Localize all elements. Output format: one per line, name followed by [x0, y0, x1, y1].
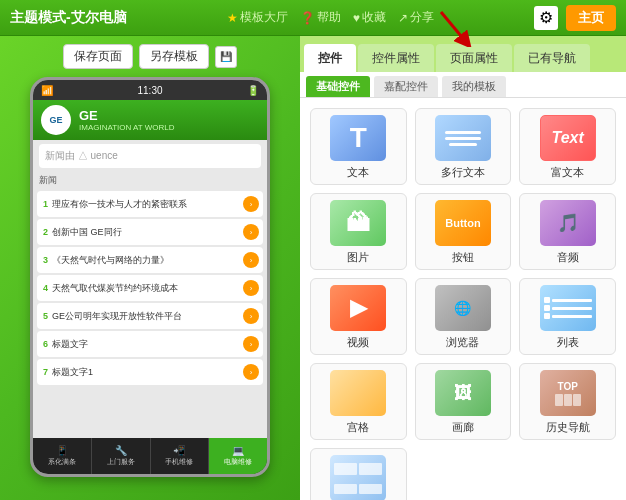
widget-tags_nav[interactable]: 标签导航: [310, 448, 407, 500]
tab-已有导航[interactable]: 已有导航: [514, 44, 590, 72]
list-num: 1: [43, 199, 48, 209]
list-text: GE公司明年实现开放性软件平台: [52, 310, 257, 323]
widget-text[interactable]: T文本: [310, 108, 407, 185]
phone-area: 保存页面 另存模板 💾 📶 11:30 🔋 GE GE IMAGINATI: [0, 36, 300, 500]
sub-tab-基础控件[interactable]: 基础控件: [306, 76, 370, 97]
widget-label: 按钮: [452, 250, 474, 265]
top-bar-right: ⚙ 主页: [534, 5, 616, 31]
phone-list-item[interactable]: 4天然气取代煤炭节约约环境成本›: [37, 275, 263, 301]
list-arrow-icon: ›: [243, 252, 259, 268]
help-icon: ❓: [300, 11, 315, 25]
star-icon: ★: [227, 11, 238, 25]
audio-icon: 🎵: [540, 200, 596, 246]
main-tabs: 控件控件属性页面属性已有导航: [300, 36, 626, 72]
save-bar: 保存页面 另存模板 💾: [63, 44, 237, 69]
widget-multitext[interactable]: 多行文本: [415, 108, 512, 185]
widget-video[interactable]: ▶视频: [310, 278, 407, 355]
widget-history_nav[interactable]: TOP历史导航: [519, 363, 616, 440]
phone-mockup: 📶 11:30 🔋 GE GE IMAGINATION AT WORLD 新闻由…: [30, 77, 270, 477]
main-content: 保存页面 另存模板 💾 📶 11:30 🔋 GE GE IMAGINATI: [0, 36, 626, 500]
widget-grid: T文本多行文本Text富文本🏔图片Button按钮🎵音频▶视频🌐浏览器列表宫格🖼…: [300, 98, 626, 500]
grid-icon: [330, 370, 386, 416]
widget-audio[interactable]: 🎵音频: [519, 193, 616, 270]
list-text: 标题文字1: [52, 366, 257, 379]
widget-label: 浏览器: [446, 335, 479, 350]
list-text: 理应有你一技术与人才的紧密联系: [52, 198, 257, 211]
list-text: 天然气取代煤炭节约约环境成本: [52, 282, 257, 295]
widget-label: 列表: [557, 335, 579, 350]
phone-list-item[interactable]: 2创新中国 GE同行›: [37, 219, 263, 245]
list-text: 创新中国 GE同行: [52, 226, 257, 239]
widget-browser[interactable]: 🌐浏览器: [415, 278, 512, 355]
list-text: 标题文字: [52, 338, 257, 351]
list-arrow-icon: ›: [243, 224, 259, 240]
phone-status-bar: 📶 11:30 🔋: [33, 80, 267, 100]
phone-bottom-nav-item[interactable]: 📱系化满条: [33, 438, 92, 474]
home-button[interactable]: 主页: [566, 5, 616, 31]
list-num: 2: [43, 227, 48, 237]
list-num: 3: [43, 255, 48, 265]
widget-richtext[interactable]: Text富文本: [519, 108, 616, 185]
extra-save-button[interactable]: 💾: [215, 46, 237, 68]
gear-button[interactable]: ⚙: [534, 6, 558, 30]
multitext-icon: [435, 115, 491, 161]
phone-list-item[interactable]: 7标题文字1›: [37, 359, 263, 385]
phone-list-item[interactable]: 6标题文字›: [37, 331, 263, 357]
bottom-nav-label: 上门服务: [107, 457, 135, 467]
bottom-nav-icon: 💻: [232, 445, 244, 456]
list-arrow-icon: ›: [243, 196, 259, 212]
bottom-nav-label: 电脑维修: [224, 457, 252, 467]
save-page-button[interactable]: 保存页面: [63, 44, 133, 69]
phone-brand-name: GE: [79, 108, 175, 123]
phone-bottom-nav-item[interactable]: 🔧上门服务: [92, 438, 151, 474]
widget-label: 文本: [347, 165, 369, 180]
collect-icon: ♥: [353, 11, 360, 25]
save-template-button[interactable]: 另存模板: [139, 44, 209, 69]
bottom-nav-label: 系化满条: [48, 457, 76, 467]
tab-控件[interactable]: 控件: [304, 44, 356, 72]
phone-list-item[interactable]: 5GE公司明年实现开放性软件平台›: [37, 303, 263, 329]
tab-页面属性[interactable]: 页面属性: [436, 44, 512, 72]
search-placeholder: 新闻由 △ uence: [45, 149, 118, 163]
widget-grid[interactable]: 宫格: [310, 363, 407, 440]
video-icon: ▶: [330, 285, 386, 331]
sub-tab-我的模板[interactable]: 我的模板: [442, 76, 506, 97]
text-icon: T: [330, 115, 386, 161]
phone-brand-slogan: IMAGINATION AT WORLD: [79, 123, 175, 132]
widget-button[interactable]: Button按钮: [415, 193, 512, 270]
widget-list[interactable]: 列表: [519, 278, 616, 355]
list-arrow-icon: ›: [243, 280, 259, 296]
sub-tab-嘉配控件[interactable]: 嘉配控件: [374, 76, 438, 97]
list-icon: [540, 285, 596, 331]
widget-gallery[interactable]: 🖼画廊: [415, 363, 512, 440]
share-icon: ↗: [398, 11, 408, 25]
phone-list-item[interactable]: 3《天然气时代与网络的力量》›: [37, 247, 263, 273]
gallery-icon: 🖼: [435, 370, 491, 416]
phone-time: 11:30: [137, 85, 162, 96]
phone-bottom-nav-item[interactable]: 📲手机维修: [151, 438, 210, 474]
signal-icon: 📶: [41, 85, 53, 96]
list-arrow-icon: ›: [243, 364, 259, 380]
top-nav: ★ 模板大厅 ❓ 帮助 ♥ 收藏 ↗ 分享: [227, 9, 434, 26]
list-num: 7: [43, 367, 48, 377]
history-nav-icon: TOP: [540, 370, 596, 416]
phone-bottom-nav-item[interactable]: 💻电脑维修: [209, 438, 267, 474]
phone-news-label: 新闻: [33, 172, 267, 189]
ge-logo: GE: [41, 105, 71, 135]
phone-bottom-nav: 📱系化满条🔧上门服务📲手机维修💻电脑维修: [33, 438, 267, 474]
widget-label: 音频: [557, 250, 579, 265]
nav-share[interactable]: ↗ 分享: [398, 9, 434, 26]
tab-控件属性[interactable]: 控件属性: [358, 44, 434, 72]
nav-template-hall[interactable]: ★ 模板大厅: [227, 9, 288, 26]
bottom-nav-icon: 📱: [56, 445, 68, 456]
phone-list-item[interactable]: 1理应有你一技术与人才的紧密联系›: [37, 191, 263, 217]
richtext-icon: Text: [540, 115, 596, 161]
phone-search-bar[interactable]: 新闻由 △ uence: [39, 144, 261, 168]
phone-header: GE GE IMAGINATION AT WORLD: [33, 100, 267, 140]
widget-label: 视频: [347, 335, 369, 350]
widget-image[interactable]: 🏔图片: [310, 193, 407, 270]
nav-collect[interactable]: ♥ 收藏: [353, 9, 386, 26]
gear-icon: ⚙: [539, 8, 553, 27]
bottom-nav-label: 手机维修: [165, 457, 193, 467]
nav-help[interactable]: ❓ 帮助: [300, 9, 341, 26]
